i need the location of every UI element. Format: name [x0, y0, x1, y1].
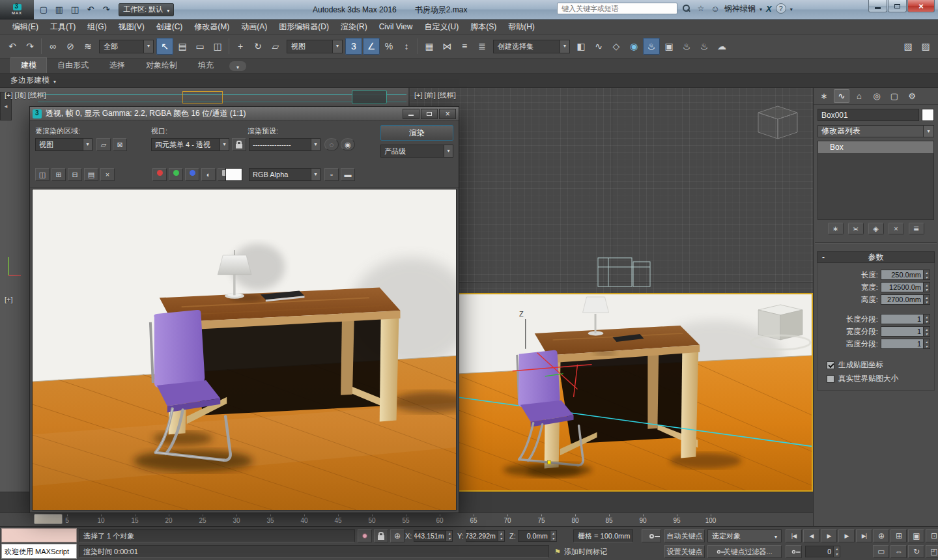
selection-filter-dropdown[interactable]: 全部: [99, 40, 154, 53]
favorites-star-icon[interactable]: [696, 3, 706, 14]
render-preset-dropdown[interactable]: ----------------: [249, 138, 320, 151]
maxscript-mini-listener-macro[interactable]: [1, 528, 77, 542]
rect-region-icon[interactable]: ▭: [192, 38, 208, 55]
auto-region-icon[interactable]: [113, 138, 127, 151]
render-viewport-dropdown[interactable]: 四元菜单 4 - 透视: [151, 138, 229, 151]
select-object-icon[interactable]: ↖: [156, 38, 173, 55]
chevron-down-icon[interactable]: [83, 139, 92, 150]
render-button[interactable]: 渲染: [380, 125, 453, 141]
remove-modifier-icon[interactable]: ×: [888, 223, 904, 234]
parameter-field[interactable]: 1: [881, 339, 924, 349]
maximize-viewport-icon[interactable]: ◰: [926, 545, 938, 558]
reference-coordinate-dropdown[interactable]: 视图: [287, 40, 343, 53]
render-quality-dropdown[interactable]: 产品级: [380, 145, 453, 158]
menu-item[interactable]: 修改器(M): [188, 20, 235, 35]
spinner[interactable]: [924, 294, 930, 305]
menu-item[interactable]: 编辑(E): [7, 20, 44, 35]
open-file-icon[interactable]: ▥: [52, 3, 66, 17]
save-image-icon[interactable]: ◫: [35, 168, 50, 181]
zoom-extents-all-icon[interactable]: ⊡: [926, 529, 938, 542]
help-icon[interactable]: ?: [776, 3, 786, 14]
snap-toggle-icon[interactable]: 3: [345, 38, 362, 55]
toolbar-icon[interactable]: ▧: [900, 38, 917, 55]
spinner[interactable]: [550, 530, 557, 542]
spinner[interactable]: [924, 282, 930, 292]
show-end-result-icon[interactable]: ≍: [848, 223, 864, 234]
chevron-down-icon[interactable]: [311, 139, 320, 150]
maximize-button[interactable]: [888, 0, 907, 12]
render-close-button[interactable]: [439, 109, 456, 119]
render-area-dropdown[interactable]: 视图: [35, 138, 92, 151]
edit-named-sets-icon[interactable]: ▦: [421, 38, 438, 55]
play-icon[interactable]: ▶: [821, 529, 837, 542]
rendered-frame-window[interactable]: 透视, 帧 0, 显示 Gamma: 2.2, RGBA 颜色 16 位/通道 …: [29, 106, 459, 513]
a360-logo-icon[interactable]: X: [766, 4, 772, 14]
pin-stack-icon[interactable]: ∗: [828, 223, 844, 234]
material-editor-icon[interactable]: ◉: [625, 38, 642, 55]
spinner[interactable]: [446, 530, 453, 542]
viewport-label-top[interactable]: [+] [顶] [线框]: [5, 91, 46, 100]
move-icon[interactable]: +: [232, 38, 249, 55]
parameter-field[interactable]: 2700.0mm: [881, 294, 924, 305]
stack-item[interactable]: Box: [818, 141, 933, 153]
schematic-view-icon[interactable]: ◇: [608, 38, 625, 55]
make-unique-icon[interactable]: ◈: [868, 223, 884, 234]
background-color-swatch[interactable]: [225, 168, 242, 181]
configure-sets-icon[interactable]: ≣: [909, 223, 924, 234]
graphite-toggle-icon[interactable]: ◧: [573, 38, 590, 55]
spinner[interactable]: [834, 546, 840, 557]
render-window-titlebar[interactable]: 透视, 帧 0, 显示 Gamma: 2.2, RGBA 颜色 16 位/通道 …: [30, 107, 459, 121]
viewport-label-left[interactable]: [+]: [5, 296, 13, 303]
undo-icon[interactable]: ↶: [83, 3, 98, 17]
auto-key-button[interactable]: 自动关键点: [664, 529, 705, 542]
chevron-down-icon[interactable]: [143, 40, 153, 53]
a360-cloud-icon[interactable]: ☁: [713, 38, 730, 55]
save-preset-icon[interactable]: [324, 138, 339, 151]
viewport-front-view[interactable]: [+] [前] [线框]: [410, 88, 813, 293]
layer-manager-icon[interactable]: ≣: [474, 38, 490, 55]
menu-item[interactable]: 自定义(U): [418, 20, 464, 35]
parameter-field[interactable]: 1: [881, 314, 924, 324]
edit-region-icon[interactable]: [96, 138, 111, 151]
render-production-icon[interactable]: ♨: [678, 38, 695, 55]
clear-image-icon[interactable]: ×: [100, 168, 115, 181]
ribbon-subtab-polymodeling[interactable]: 多边形建模: [5, 74, 61, 87]
rotate-icon[interactable]: ↻: [249, 38, 266, 55]
green-channel-icon[interactable]: [169, 168, 183, 181]
menu-item[interactable]: 帮助(H): [502, 20, 541, 35]
ribbon-minimize-icon[interactable]: [229, 61, 246, 71]
parameter-field[interactable]: 1: [881, 326, 924, 337]
ribbon-tab[interactable]: 对象绘制: [135, 57, 188, 73]
parameter-field[interactable]: 250.0mm: [881, 270, 924, 280]
menu-item[interactable]: 动画(A): [235, 20, 273, 35]
modifier-stack[interactable]: Box: [817, 141, 934, 220]
x-coordinate-field[interactable]: X: -2443.151m: [405, 529, 453, 542]
y-coordinate-field[interactable]: Y: 6732.292m: [457, 529, 505, 542]
menu-item[interactable]: 脚本(S): [464, 20, 502, 35]
unlink-icon[interactable]: ⊘: [62, 38, 79, 55]
object-color-swatch[interactable]: [922, 109, 934, 121]
select-by-name-icon[interactable]: ▤: [174, 38, 191, 55]
time-slider-handle[interactable]: [34, 514, 63, 524]
previous-frame-icon[interactable]: ◀: [803, 529, 819, 542]
channel-display-dropdown[interactable]: RGB Alpha: [249, 168, 320, 181]
parameters-rollout-header[interactable]: - 参数: [817, 251, 935, 263]
zoom-icon[interactable]: ⊕: [873, 529, 889, 542]
display-tab-icon[interactable]: ▢: [887, 89, 902, 103]
key-filters-button[interactable]: 关键点过滤器...: [707, 545, 782, 558]
menu-item[interactable]: 工具(T): [44, 20, 81, 35]
close-button[interactable]: ×: [907, 0, 935, 12]
orbit-icon[interactable]: ↻: [908, 545, 924, 558]
ribbon-tab[interactable]: 选择: [99, 57, 135, 73]
layers-icon[interactable]: [324, 168, 339, 181]
username[interactable]: 钢神绿钢: [724, 3, 756, 14]
next-frame-icon[interactable]: ▶: [838, 529, 855, 542]
go-to-end-icon[interactable]: ▶|: [856, 529, 872, 542]
create-tab-icon[interactable]: ∗: [816, 89, 832, 103]
checkbox[interactable]: [827, 375, 834, 383]
render-settings-icon[interactable]: [341, 138, 355, 151]
copy-image-icon[interactable]: ⊞: [51, 168, 66, 181]
monochrome-channel-icon[interactable]: ◐: [201, 168, 216, 181]
modifier-list-dropdown[interactable]: 修改器列表: [817, 125, 934, 137]
print-image-icon[interactable]: ▤: [84, 168, 98, 181]
